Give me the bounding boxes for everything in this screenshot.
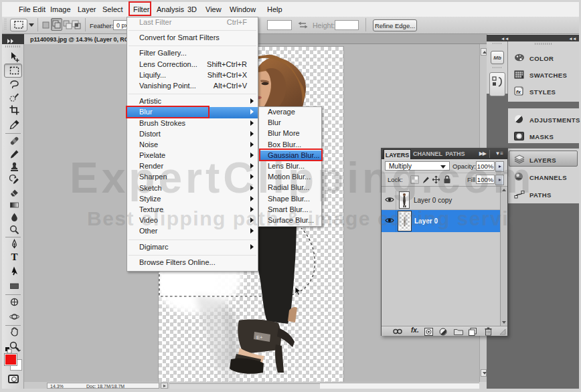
svg-text:E+: E+ — [256, 334, 263, 340]
svg-text:fx: fx — [516, 89, 521, 95]
svg-text:T: T — [11, 252, 17, 262]
